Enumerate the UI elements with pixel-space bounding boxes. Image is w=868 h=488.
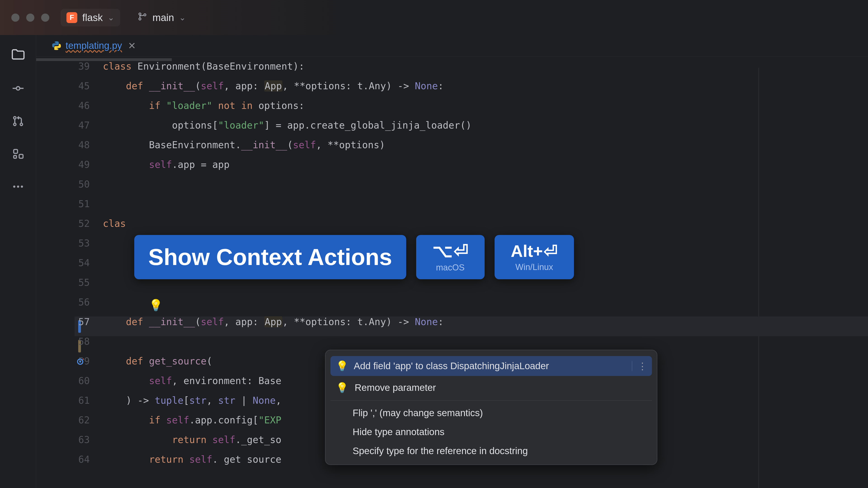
alt-key-text: Alt+	[511, 241, 543, 261]
line-number: 64	[36, 454, 103, 465]
svg-point-5	[13, 123, 16, 126]
code-line[interactable]: 45 def __init__(self, app: App, **option…	[36, 76, 868, 96]
code-text[interactable]: def __init__(self, app: App, **options: …	[103, 80, 444, 92]
intention-bulb-icon[interactable]: 💡	[149, 299, 163, 312]
editor-tabs: templating.py ✕	[36, 35, 868, 57]
kebab-icon[interactable]: ⋮	[638, 361, 647, 372]
line-number: 61	[36, 395, 103, 406]
code-text[interactable]: ) -> tuple[str, str | None,	[103, 395, 281, 406]
bulb-icon: 💡	[336, 382, 348, 394]
code-line[interactable]: 48 BaseEnvironment.__init__(self, **opti…	[36, 135, 868, 155]
line-number: 63	[36, 434, 103, 445]
code-line[interactable]: 47 options["loader"] = app.create_global…	[36, 116, 868, 135]
context-action-item[interactable]: 💡Add field 'app' to class DispatchingJin…	[331, 356, 652, 376]
svg-point-2	[144, 14, 146, 16]
code-text[interactable]: return self. get source	[103, 454, 281, 465]
svg-point-12	[21, 186, 23, 188]
activity-bar	[0, 35, 36, 488]
python-file-icon	[52, 41, 61, 51]
code-text[interactable]: return self._get_so	[103, 434, 281, 445]
code-line[interactable]: 57 def __init__(self, app: App, **option…	[36, 312, 868, 332]
code-line[interactable]: 46 if "loader" not in options:	[36, 96, 868, 116]
run-target-icon[interactable]	[76, 357, 86, 366]
svg-point-1	[139, 18, 141, 20]
code-text[interactable]: self, environment: Base	[103, 375, 281, 386]
code-text[interactable]: self.app = app	[103, 159, 230, 170]
structure-tool-icon[interactable]	[11, 147, 25, 162]
context-action-item[interactable]: Flip ',' (may change semantics)	[326, 403, 657, 422]
more-tool-icon[interactable]	[11, 180, 25, 195]
svg-rect-8	[19, 154, 23, 158]
line-number: 60	[36, 375, 103, 386]
svg-point-0	[139, 13, 141, 15]
callout-mac-shortcut: ⌥⏎ macOS	[416, 235, 485, 279]
winlinux-keys: Alt+⏎	[511, 241, 558, 261]
code-text[interactable]: class Environment(BaseEnvironment):	[103, 61, 305, 72]
svg-point-3	[16, 87, 20, 90]
line-number: 58	[36, 336, 103, 347]
code-line[interactable]: 49 self.app = app	[36, 155, 868, 174]
context-action-label: Flip ',' (may change semantics)	[352, 408, 483, 418]
callout-action-name: Show Context Actions	[134, 235, 406, 279]
more-options[interactable]: ⋮	[632, 361, 647, 372]
context-action-item[interactable]: Specify type for the reference in docstr…	[326, 442, 657, 460]
close-tab-icon[interactable]: ✕	[128, 40, 136, 51]
branch-name: main	[152, 12, 174, 23]
code-text[interactable]: if "loader" not in options:	[103, 100, 305, 111]
line-number: 45	[36, 80, 103, 92]
line-number: 52	[36, 218, 103, 229]
code-line[interactable]: 39class Environment(BaseEnvironment):	[36, 57, 868, 76]
line-number: 48	[36, 139, 103, 151]
code-text[interactable]: clas	[103, 218, 126, 229]
minimize-window-icon[interactable]	[26, 13, 34, 22]
chevron-down-icon: ⌄	[179, 13, 186, 22]
svg-point-6	[20, 123, 23, 126]
pull-requests-tool-icon[interactable]	[11, 115, 25, 129]
line-number: 59	[36, 356, 103, 367]
bulb-icon: 💡	[336, 360, 348, 372]
project-selector[interactable]: F flask ⌄	[61, 9, 120, 26]
svg-point-4	[13, 117, 16, 119]
mac-keys: ⌥⏎	[432, 241, 468, 261]
line-number: 47	[36, 120, 103, 131]
context-action-label: Specify type for the reference in docstr…	[352, 446, 528, 456]
svg-rect-7	[13, 150, 18, 153]
context-action-label: Hide type annotations	[352, 427, 444, 437]
line-number: 49	[36, 159, 103, 170]
svg-point-11	[17, 186, 19, 188]
context-action-label: Remove parameter	[355, 382, 436, 393]
code-text[interactable]: BaseEnvironment.__init__(self, **options…	[103, 139, 385, 151]
code-text[interactable]: def __init__(self, app: App, **options: …	[103, 316, 444, 327]
line-number: 57	[36, 316, 103, 327]
line-number: 51	[36, 198, 103, 209]
titlebar: F flask ⌄ main ⌄	[0, 0, 868, 35]
svg-point-10	[13, 186, 16, 188]
editor-tab[interactable]: templating.py ✕	[45, 35, 142, 56]
code-text[interactable]: def get_source(	[103, 356, 212, 367]
close-window-icon[interactable]	[11, 13, 20, 22]
code-line[interactable]: 58	[36, 332, 868, 351]
branch-selector[interactable]: main ⌄	[131, 8, 191, 27]
winlinux-label: Win/Linux	[515, 262, 553, 272]
maximize-window-icon[interactable]	[41, 13, 49, 22]
overlay-callouts: Show Context Actions ⌥⏎ macOS Alt+⏎ Win/…	[134, 235, 574, 279]
line-number: 54	[36, 257, 103, 268]
branch-icon	[137, 11, 147, 24]
code-line[interactable]: 51	[36, 194, 868, 214]
code-text[interactable]: options["loader"] = app.create_global_ji…	[103, 120, 471, 131]
line-number: 39	[36, 61, 103, 72]
commit-tool-icon[interactable]	[11, 82, 25, 96]
context-action-item[interactable]: 💡Remove parameter	[326, 378, 657, 398]
code-text[interactable]: if self.app.config["EXP	[103, 415, 281, 426]
line-number: 62	[36, 415, 103, 426]
enter-key-icon: ⏎	[544, 241, 558, 261]
context-action-item[interactable]: Hide type annotations	[326, 422, 657, 442]
context-action-label: Add field 'app' to class DispatchingJinj…	[354, 361, 549, 371]
line-number: 53	[36, 238, 103, 249]
line-number: 46	[36, 100, 103, 111]
line-number: 56	[36, 297, 103, 308]
project-tool-icon[interactable]	[10, 47, 26, 64]
line-number: 50	[36, 179, 103, 190]
code-line[interactable]: 52clas	[36, 214, 868, 233]
code-line[interactable]: 50	[36, 174, 868, 194]
